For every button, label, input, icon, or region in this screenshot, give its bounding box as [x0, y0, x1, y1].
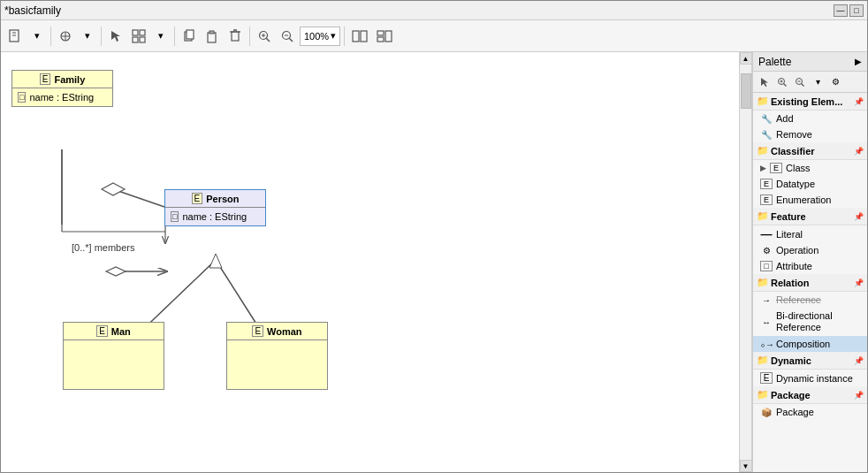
minimize-button[interactable]: —: [834, 4, 848, 17]
reference-icon: →: [760, 295, 773, 305]
palette-panel: Palette ▶ ▾ ⚙ 📁: [752, 52, 867, 472]
palette-section-classifier-header[interactable]: 📁 Classifier 📌: [753, 142, 867, 160]
man-class[interactable]: E Man: [63, 322, 164, 390]
literal-label: Literal: [776, 229, 803, 240]
reference-label: Reference: [776, 294, 821, 305]
canvas-scrollbar[interactable]: ▲ ▼: [739, 52, 751, 472]
sep2: [101, 27, 102, 46]
layout-button[interactable]: [128, 25, 149, 48]
paste-button[interactable]: [202, 25, 223, 48]
classifier-pin-icon[interactable]: 📌: [854, 147, 864, 156]
palette-item-class[interactable]: ▶ E Class: [753, 160, 867, 176]
existing-section-title: Existing Elem...: [771, 96, 852, 107]
svg-line-19: [267, 38, 270, 42]
datatype-icon: E: [760, 179, 773, 189]
family-class-icon: E: [40, 73, 51, 85]
family-class[interactable]: E Family □ name : EString: [11, 70, 113, 107]
dynamic-pin-icon[interactable]: 📌: [854, 356, 864, 365]
attribute-icon: □: [760, 261, 773, 271]
feature-folder-icon: 📁: [757, 210, 769, 222]
package-pin-icon[interactable]: 📌: [854, 391, 864, 400]
palette-item-composition[interactable]: ⬦→ Composition: [753, 336, 867, 352]
palette-section-dynamic: 📁 Dynamic 📌 E Dynamic instance: [753, 352, 867, 386]
man-class-header: E Man: [64, 323, 164, 340]
select-button[interactable]: [105, 25, 126, 48]
feature-pin-icon[interactable]: 📌: [854, 212, 864, 221]
palette-toolbar: ▾ ⚙: [753, 72, 867, 93]
palette-more-button[interactable]: ▾: [810, 74, 826, 90]
dynamic-section-title: Dynamic: [771, 355, 852, 366]
window-title: *basicfamily: [4, 4, 834, 17]
palette-section-feature-header[interactable]: 📁 Feature 📌: [753, 208, 867, 225]
palette-item-datatype[interactable]: E Datatype: [753, 176, 867, 192]
copy-button[interactable]: [179, 25, 200, 48]
scroll-up[interactable]: ▲: [740, 52, 752, 65]
toolbar: ▾ ▾ ▾ 100% ▾: [1, 20, 867, 52]
bidirectional-icon: ↔: [760, 317, 773, 327]
zoom-out-button[interactable]: [277, 25, 298, 48]
scroll-track: [741, 65, 751, 460]
palette-cursor-button[interactable]: [757, 74, 773, 90]
svg-rect-8: [140, 30, 145, 35]
existing-pin-icon[interactable]: 📌: [854, 97, 864, 106]
palette-header: Palette ▶: [753, 52, 867, 72]
palette-zoom-out-button[interactable]: [792, 74, 808, 90]
palette-item-operation[interactable]: ⚙ Operation: [753, 242, 867, 258]
woman-class-body: [227, 340, 327, 389]
family-class-body: □ name : EString: [12, 88, 112, 106]
relation-section-title: Relation: [771, 278, 852, 288]
palette-section-package-header[interactable]: 📁 Package 📌: [753, 386, 867, 404]
package-section-title: Package: [771, 390, 852, 401]
zoom-in-button[interactable]: [254, 25, 275, 48]
add-icon: 🔧: [760, 114, 773, 124]
classifier-folder-icon: 📁: [757, 145, 769, 156]
tool-dropdown[interactable]: ▾: [78, 25, 97, 48]
tool-button[interactable]: [55, 25, 76, 48]
view2-button[interactable]: [373, 25, 396, 48]
palette-section-dynamic-header[interactable]: 📁 Dynamic 📌: [753, 352, 867, 370]
remove-label: Remove: [776, 129, 812, 140]
woman-class-icon: E: [252, 325, 263, 337]
person-class-body: □ name : EString: [165, 208, 265, 225]
new-dropdown[interactable]: ▾: [27, 25, 47, 48]
svg-line-47: [784, 83, 787, 86]
scroll-thumb[interactable]: [741, 73, 751, 109]
view1-button[interactable]: [348, 25, 371, 48]
relation-pin-icon[interactable]: 📌: [854, 278, 864, 287]
palette-section-relation-header[interactable]: 📁 Relation 📌: [753, 274, 867, 292]
person-class[interactable]: E Person □ name : EString: [164, 189, 266, 226]
svg-rect-27: [377, 31, 384, 35]
scroll-down[interactable]: ▼: [740, 460, 752, 472]
svg-text:[0..*] members: [0..*] members: [72, 242, 135, 253]
palette-zoom-in-button[interactable]: [774, 74, 790, 90]
man-class-icon: E: [96, 325, 108, 337]
sep4: [249, 27, 250, 46]
palette-section-existing-header[interactable]: 📁 Existing Elem... 📌: [753, 93, 867, 111]
palette-expand-button[interactable]: ▶: [855, 57, 862, 66]
palette-item-dynamic-instance[interactable]: E Dynamic instance: [753, 370, 867, 386]
person-attr-name: □ name : EString: [171, 211, 260, 222]
maximize-button[interactable]: □: [849, 4, 864, 17]
palette-item-bidirectional[interactable]: ↔ Bi-directionalReference: [753, 308, 867, 336]
svg-marker-44: [106, 267, 126, 276]
zoom-dropdown[interactable]: 100% ▾: [300, 27, 340, 46]
zoom-dropdown-arrow: ▾: [331, 30, 336, 42]
new-button[interactable]: [4, 25, 26, 48]
palette-item-package[interactable]: 📦 Package: [753, 404, 867, 420]
palette-item-remove[interactable]: 🔧 Remove: [753, 126, 867, 142]
svg-marker-41: [209, 254, 222, 268]
bidirectional-label: Bi-directionalReference: [776, 310, 833, 333]
palette-item-enumeration[interactable]: E Enumeration: [753, 192, 867, 208]
canvas-area[interactable]: [0..*] members E Family □ name : EString: [1, 52, 752, 472]
palette-item-reference[interactable]: → Reference: [753, 292, 867, 308]
palette-settings-button[interactable]: ⚙: [827, 74, 843, 90]
layout-dropdown[interactable]: ▾: [151, 25, 171, 48]
palette-item-literal[interactable]: — Literal: [753, 225, 867, 242]
svg-rect-28: [377, 37, 384, 42]
delete-button[interactable]: [225, 25, 246, 48]
woman-class[interactable]: E Woman: [226, 322, 328, 390]
palette-item-add[interactable]: 🔧 Add: [753, 111, 867, 126]
palette-item-attribute[interactable]: □ Attribute: [753, 258, 867, 274]
woman-class-name: Woman: [267, 326, 302, 337]
svg-rect-14: [209, 31, 214, 34]
